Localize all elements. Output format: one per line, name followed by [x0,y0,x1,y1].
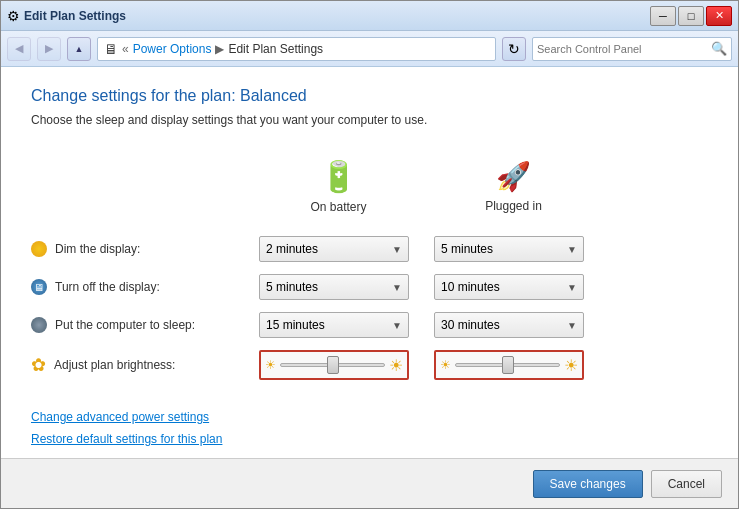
brightness-text: Adjust plan brightness: [54,358,175,372]
dim-plugged-value: 5 minutes [441,242,493,256]
turnoff-plugged-value: 10 minutes [441,280,500,294]
sleep-label: Put the computer to sleep: [31,307,251,343]
turnoff-plugged-arrow: ▼ [567,282,577,293]
minimize-button[interactable]: ─ [650,6,676,26]
turnoff-battery-value: 5 minutes [266,280,318,294]
sleep-battery-wrap: 15 minutes ▼ [251,306,426,344]
turnoff-battery-arrow: ▼ [392,282,402,293]
brightness-plugged-sun-max: ☀ [564,356,578,375]
dim-display-text: Dim the display: [55,242,140,256]
turnoff-plugged-dropdown[interactable]: 10 minutes ▼ [434,274,584,300]
sleep-icon [31,317,47,333]
breadcrumb-current: Edit Plan Settings [228,42,323,56]
sleep-plugged-dropdown[interactable]: 30 minutes ▼ [434,312,584,338]
address-bar: ◀ ▶ ▲ 🖥 « Power Options ▶ Edit Plan Sett… [1,31,738,67]
brightness-plugged-sun-min: ☀ [440,358,451,372]
sleep-plugged-wrap: 30 minutes ▼ [426,306,601,344]
turnoff-display-text: Turn off the display: [55,280,160,294]
brightness-plugged-thumb[interactable] [502,356,514,374]
forward-button[interactable]: ▶ [37,37,61,61]
save-button[interactable]: Save changes [533,470,643,498]
sleep-text: Put the computer to sleep: [55,318,195,332]
brightness-battery-cell: ☀ ☀ [251,344,426,386]
battery-icon: 🔋 [320,159,357,194]
title-bar-left: ⚙ Edit Plan Settings [7,8,126,24]
dim-display-label: Dim the display: [31,231,251,267]
brightness-sun-icon: ✿ [31,354,46,376]
brightness-battery-sun-min: ☀ [265,358,276,372]
back-button[interactable]: ◀ [7,37,31,61]
breadcrumb-power-options[interactable]: Power Options [133,42,212,56]
col-header-battery: 🔋 On battery [251,151,426,230]
turnoff-display-icon: 🖥 [31,279,47,295]
page-title: Change settings for the plan: Balanced [31,87,708,105]
close-button[interactable]: ✕ [706,6,732,26]
brightness-battery-track [280,363,385,367]
battery-label: On battery [310,200,366,214]
brightness-plugged-cell: ☀ ☀ [426,344,601,386]
sleep-plugged-value: 30 minutes [441,318,500,332]
turnoff-battery-wrap: 5 minutes ▼ [251,268,426,306]
dim-battery-wrap: 2 minutes ▼ [251,230,426,268]
breadcrumb-icon: 🖥 [104,41,118,57]
window-title: Edit Plan Settings [24,9,126,23]
cancel-button[interactable]: Cancel [651,470,722,498]
dim-display-icon [31,241,47,257]
title-bar-buttons: ─ □ ✕ [650,6,732,26]
turnoff-battery-dropdown[interactable]: 5 minutes ▼ [259,274,409,300]
window-icon: ⚙ [7,8,20,24]
links-section: Change advanced power settings Restore d… [31,410,708,446]
dim-battery-dropdown[interactable]: 2 minutes ▼ [259,236,409,262]
brightness-battery-sun-max: ☀ [389,356,403,375]
sleep-battery-arrow: ▼ [392,320,402,331]
brightness-plugged-slider-container: ☀ ☀ [434,350,584,380]
col-header-plugged: 🚀 Plugged in [426,152,601,229]
breadcrumb: 🖥 « Power Options ▶ Edit Plan Settings [97,37,496,61]
turnoff-plugged-wrap: 10 minutes ▼ [426,268,601,306]
dim-plugged-dropdown[interactable]: 5 minutes ▼ [434,236,584,262]
up-button[interactable]: ▲ [67,37,91,61]
sleep-battery-value: 15 minutes [266,318,325,332]
page-subtitle: Choose the sleep and display settings th… [31,113,708,127]
brightness-battery-slider-container: ☀ ☀ [259,350,409,380]
plugged-label: Plugged in [485,199,542,213]
footer: Save changes Cancel [1,458,738,508]
brightness-battery-thumb[interactable] [327,356,339,374]
maximize-button[interactable]: □ [678,6,704,26]
settings-grid: 🔋 On battery 🚀 Plugged in Dim the displa… [31,151,708,386]
search-icon[interactable]: 🔍 [711,41,727,56]
title-bar: ⚙ Edit Plan Settings ─ □ ✕ [1,1,738,31]
dim-battery-value: 2 minutes [266,242,318,256]
dim-battery-arrow: ▼ [392,244,402,255]
main-window: ⚙ Edit Plan Settings ─ □ ✕ ◀ ▶ ▲ 🖥 « Pow… [0,0,739,509]
dim-plugged-arrow: ▼ [567,244,577,255]
plug-icon: 🚀 [496,160,531,193]
sleep-battery-dropdown[interactable]: 15 minutes ▼ [259,312,409,338]
sleep-plugged-arrow: ▼ [567,320,577,331]
content-area: Change settings for the plan: Balanced C… [1,67,738,458]
advanced-settings-link[interactable]: Change advanced power settings [31,410,708,424]
turnoff-display-label: 🖥 Turn off the display: [31,269,251,305]
search-box: 🔍 [532,37,732,61]
dim-plugged-wrap: 5 minutes ▼ [426,230,601,268]
brightness-plugged-track [455,363,560,367]
refresh-button[interactable]: ↻ [502,37,526,61]
restore-defaults-link[interactable]: Restore default settings for this plan [31,432,708,446]
search-input[interactable] [537,43,711,55]
brightness-label: ✿ Adjust plan brightness: [31,344,251,386]
